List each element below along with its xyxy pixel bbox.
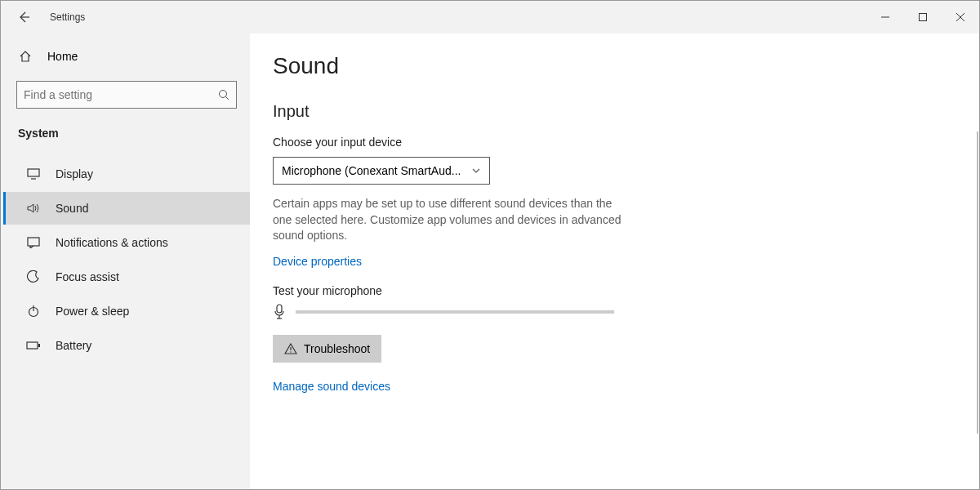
choose-input-label: Choose your input device <box>273 136 951 149</box>
titlebar: Settings <box>1 1 979 33</box>
input-description: Certain apps may be set up to use differ… <box>273 196 632 244</box>
scrollbar[interactable] <box>977 131 978 434</box>
svg-rect-9 <box>28 238 39 246</box>
warning-icon <box>284 343 297 354</box>
svg-rect-2 <box>920 14 927 21</box>
sidebar-item-power-sleep[interactable]: Power & sleep <box>3 295 250 327</box>
window-controls <box>866 1 979 33</box>
search-icon <box>218 89 229 100</box>
home-label: Home <box>47 50 78 63</box>
sidebar: Home System Display Sound <box>1 33 250 489</box>
svg-rect-13 <box>38 344 40 347</box>
sidebar-item-focus-assist[interactable]: Focus assist <box>3 261 250 293</box>
sidebar-item-label: Sound <box>56 202 88 215</box>
close-button[interactable] <box>942 1 979 33</box>
minimize-button[interactable] <box>866 1 904 33</box>
sidebar-item-label: Notifications & actions <box>56 236 168 249</box>
input-device-dropdown[interactable]: Microphone (Conexant SmartAud... <box>273 157 490 185</box>
home-nav[interactable]: Home <box>16 43 237 69</box>
maximize-button[interactable] <box>904 1 942 33</box>
mic-test-row <box>273 304 951 320</box>
test-mic-label: Test your microphone <box>273 284 951 297</box>
svg-rect-7 <box>28 169 39 176</box>
content: Home System Display Sound <box>1 33 979 489</box>
sidebar-item-display[interactable]: Display <box>3 158 250 190</box>
manage-sound-devices-link[interactable]: Manage sound devices <box>273 380 390 393</box>
sidebar-item-label: Battery <box>56 339 91 352</box>
power-icon <box>26 305 41 318</box>
svg-line-6 <box>226 97 229 100</box>
main-content: Sound Input Choose your input device Mic… <box>250 33 979 489</box>
back-arrow-icon[interactable] <box>17 11 30 24</box>
section-title: Input <box>273 102 951 121</box>
sidebar-item-label: Power & sleep <box>56 305 129 318</box>
troubleshoot-button[interactable]: Troubleshoot <box>273 335 381 363</box>
focus-assist-icon <box>26 270 41 283</box>
svg-point-5 <box>220 91 227 98</box>
svg-rect-12 <box>27 342 38 349</box>
search-box[interactable] <box>16 81 237 109</box>
search-input[interactable] <box>24 88 218 101</box>
battery-icon <box>26 341 41 350</box>
sidebar-item-battery[interactable]: Battery <box>3 329 250 362</box>
svg-point-18 <box>290 351 291 352</box>
sidebar-item-label: Display <box>56 167 93 180</box>
notifications-icon <box>26 237 41 248</box>
sidebar-item-notifications[interactable]: Notifications & actions <box>3 226 250 259</box>
display-icon <box>26 168 41 180</box>
mic-level-bar <box>296 310 614 314</box>
troubleshoot-label: Troubleshoot <box>304 342 370 355</box>
page-title: Sound <box>273 53 951 79</box>
microphone-icon <box>273 304 286 320</box>
sidebar-item-label: Focus assist <box>56 270 119 283</box>
sound-icon <box>26 203 41 214</box>
device-properties-link[interactable]: Device properties <box>273 255 362 268</box>
category-label: System <box>16 127 237 140</box>
svg-rect-14 <box>277 305 282 313</box>
titlebar-left: Settings <box>1 11 866 24</box>
home-icon <box>18 50 33 63</box>
chevron-down-icon <box>471 166 481 176</box>
dropdown-value: Microphone (Conexant SmartAud... <box>282 164 461 177</box>
settings-window: Settings Home <box>0 0 980 490</box>
window-title: Settings <box>50 11 85 23</box>
sidebar-item-sound[interactable]: Sound <box>3 192 250 225</box>
